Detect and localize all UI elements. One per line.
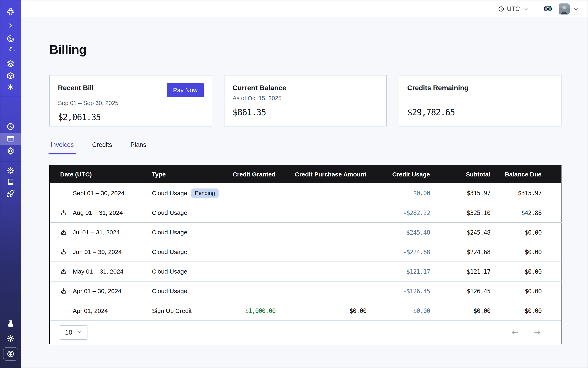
- credit-card-icon[interactable]: [6, 134, 15, 143]
- invoice-type: Cloud Usage: [152, 248, 187, 255]
- credit-usage-value: $0.00: [370, 301, 433, 321]
- timezone-selector[interactable]: UTC: [498, 5, 529, 13]
- credit-usage-value: -$224.68: [370, 242, 433, 262]
- gear-icon[interactable]: [6, 147, 15, 155]
- invoice-date: Apr 01, 2024: [73, 307, 108, 314]
- sun-icon[interactable]: [6, 334, 15, 343]
- credit-usage-value: -$282.22: [370, 203, 433, 222]
- column-header-balance-due: Balance Due: [494, 166, 561, 183]
- invoice-date: Aug 01 – 31, 2024: [73, 209, 123, 216]
- gauge-icon[interactable]: [6, 122, 15, 131]
- arrow-right-icon: [533, 328, 541, 336]
- credit-purchase-value: [278, 203, 370, 222]
- orbit-logo-icon[interactable]: [6, 7, 16, 17]
- card-amount: $29,782.65: [407, 107, 553, 117]
- main-area: UTC: [21, 0, 588, 368]
- balance-due-value: $0.00: [494, 301, 561, 321]
- sidebar: [0, 0, 21, 368]
- eye-spiral-icon[interactable]: [6, 35, 15, 43]
- previous-page-button[interactable]: [511, 328, 519, 336]
- subtotal-value: $224.68: [433, 242, 494, 262]
- credit-purchase-value: [278, 281, 370, 301]
- credit-purchase-value: [278, 262, 370, 281]
- download-icon[interactable]: [60, 209, 67, 216]
- glasses-icon[interactable]: [543, 4, 552, 14]
- subtotal-value: $315.97: [433, 183, 494, 203]
- tab-plans[interactable]: Plans: [129, 141, 148, 154]
- billing-tabs: Invoices Credits Plans: [49, 141, 561, 154]
- subtotal-value: $126.45: [433, 281, 494, 301]
- credit-usage-value: -$245.48: [370, 222, 433, 242]
- tab-credits[interactable]: Credits: [91, 141, 113, 154]
- credits-remaining-card: Credits Remaining $29,782.65: [398, 75, 561, 127]
- dollar-badge-icon[interactable]: [3, 347, 18, 361]
- clock-icon: [498, 6, 504, 12]
- credit-purchase-value: [278, 242, 370, 262]
- download-icon[interactable]: [60, 268, 67, 275]
- column-header-type: Type: [152, 166, 229, 183]
- download-icon[interactable]: [60, 229, 67, 236]
- next-page-button[interactable]: [533, 328, 541, 336]
- column-header-date: Date (UTC): [50, 166, 152, 183]
- table-row: Sept 01 – 30, 2024 Cloud UsagePending $0…: [50, 183, 561, 203]
- chevron-down-icon: [77, 330, 82, 335]
- status-badge: Pending: [191, 188, 218, 198]
- helm-icon[interactable]: [6, 166, 15, 175]
- page-title: Billing: [49, 41, 561, 58]
- card-title: Recent Bill: [58, 83, 94, 92]
- credit-granted-value: [229, 203, 278, 222]
- table-header-row: Date (UTC) Type Credit Granted Credit Pu…: [50, 166, 561, 183]
- billing-page: UTC: [0, 0, 588, 368]
- invoice-type: Sign Up Credit: [152, 307, 192, 314]
- balance-due-value: $0.00: [494, 222, 561, 242]
- credit-granted-value: [229, 262, 278, 281]
- column-header-credit-granted: Credit Granted: [229, 166, 278, 183]
- tab-invoices[interactable]: Invoices: [49, 141, 75, 154]
- credit-usage-value: -$121.17: [370, 262, 433, 281]
- card-title: Current Balance: [233, 83, 286, 92]
- chevron-down-icon[interactable]: [573, 6, 579, 12]
- credit-usage-value: -$126.45: [370, 281, 433, 301]
- balance-due-value: $42.88: [494, 203, 561, 222]
- table-row: Apr 01, 2024 Sign Up Credit $1,000.00 $0…: [50, 301, 561, 321]
- card-subtitle: Sep 01 – Sep 30, 2025: [58, 99, 204, 107]
- download-icon[interactable]: [60, 288, 67, 294]
- column-header-subtotal: Subtotal: [433, 166, 494, 183]
- card-title: Credits Remaining: [407, 83, 468, 92]
- page-size-select[interactable]: 10: [60, 325, 88, 340]
- card-amount: $2,061.35: [58, 112, 204, 122]
- subtotal-value: $325.10: [433, 203, 494, 222]
- balance-due-value: $0.00: [494, 262, 561, 281]
- topbar: UTC: [21, 0, 588, 18]
- book-sparkle-icon[interactable]: [6, 178, 15, 186]
- download-icon[interactable]: [60, 248, 67, 255]
- invoice-date: Sept 01 – 30, 2024: [73, 190, 125, 197]
- balance-due-value: $0.00: [494, 242, 561, 262]
- timezone-label: UTC: [507, 5, 520, 13]
- credit-granted-value: [229, 281, 278, 301]
- credit-granted-value: [229, 183, 278, 203]
- pay-now-button[interactable]: Pay Now: [167, 83, 204, 97]
- flask-icon[interactable]: [6, 320, 15, 328]
- cube-icon[interactable]: [6, 72, 15, 80]
- timer-icon[interactable]: [6, 47, 15, 55]
- column-header-credit-usage: Credit Usage: [370, 166, 433, 183]
- invoice-type: Cloud Usage: [152, 209, 187, 216]
- credit-purchase-value: [278, 222, 370, 242]
- credit-purchase-value: $0.00: [278, 301, 370, 321]
- asterisk-icon[interactable]: [7, 83, 15, 91]
- table-pagination: 10: [50, 321, 561, 344]
- layers-icon[interactable]: [6, 59, 15, 68]
- credit-granted-value: $1,000.00: [229, 301, 278, 321]
- subtotal-value: $245.48: [433, 222, 494, 242]
- subtotal-value: $121.17: [433, 262, 494, 281]
- invoice-date: May 01 – 31, 2024: [73, 268, 124, 275]
- chevron-right-icon[interactable]: [7, 22, 14, 29]
- current-balance-card: Current Balance As of Oct 15, 2025 $861.…: [224, 75, 387, 127]
- avatar[interactable]: [559, 3, 570, 15]
- rocket-icon[interactable]: [6, 189, 15, 198]
- chevron-down-icon: [523, 6, 529, 12]
- balance-due-value: $315.97: [494, 183, 561, 203]
- invoice-type: Cloud Usage: [152, 229, 187, 236]
- table-row: Jun 01 – 30, 2024 Cloud Usage -$224.68 $…: [50, 242, 561, 262]
